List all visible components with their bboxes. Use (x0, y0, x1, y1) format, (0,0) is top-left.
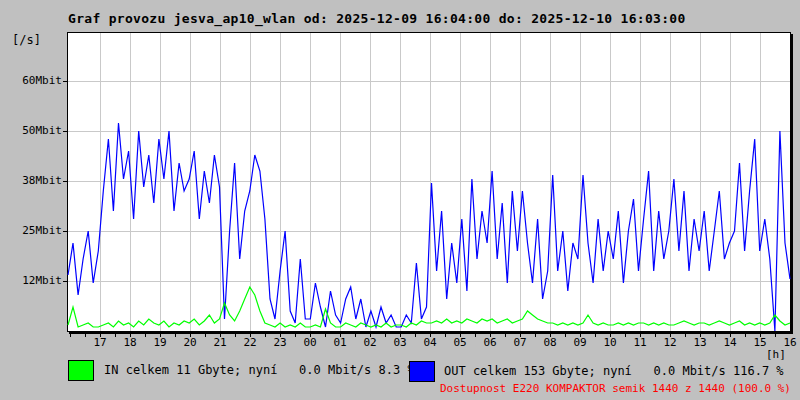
x-tick-label: 00 (295, 337, 325, 349)
x-tick-label: 01 (325, 337, 355, 349)
y-tick-label: 12Mbit (0, 275, 62, 287)
y-tick-label: 38Mbit (0, 175, 62, 187)
x-tick-label: 11 (625, 337, 655, 349)
availability-status-text: Dostupnost E220 KOMPAKTOR semik 1440 z 1… (440, 382, 791, 395)
plot-area (67, 32, 791, 332)
x-tick-label: 04 (415, 337, 445, 349)
x-tick-label: 23 (265, 337, 295, 349)
y-tick-label: 60Mbit (0, 75, 62, 87)
legend-out-label: OUT celkem 153 Gbyte; nyní 0.0 Mbit/s 11… (444, 364, 784, 378)
x-tick-label: 20 (175, 337, 205, 349)
x-axis-unit-label: [h] (766, 348, 786, 361)
x-tick-label: 08 (535, 337, 565, 349)
x-tick-label: 10 (595, 337, 625, 349)
x-tick-label: 14 (715, 337, 745, 349)
x-tick-label: 22 (235, 337, 265, 349)
traffic-chart (68, 33, 790, 331)
x-tick-label: 05 (445, 337, 475, 349)
x-tick-label: 13 (685, 337, 715, 349)
x-tick-label: 21 (205, 337, 235, 349)
x-tick-label: 19 (145, 337, 175, 349)
out-series-line (68, 123, 790, 331)
x-tick-label: 02 (355, 337, 385, 349)
x-tick-label: 18 (115, 337, 145, 349)
x-tick-label: 03 (385, 337, 415, 349)
y-tick-label: 25Mbit (0, 225, 62, 237)
in-series-line (68, 287, 790, 327)
mrtg-traffic-page: { "title": "Graf provozu jesva_ap10_wlan… (0, 0, 800, 400)
x-tick-label: 09 (565, 337, 595, 349)
graph-title: Graf provozu jesva_ap10_wlan od: 2025-12… (68, 11, 686, 26)
legend-in-swatch (68, 360, 94, 381)
y-axis-unit-label: [/s] (12, 33, 41, 47)
x-tick-label: 17 (85, 337, 115, 349)
legend-out-swatch (409, 361, 435, 382)
legend-in-label: IN celkem 11 Gbyte; nyní 0.0 Mbit/s 8.3 … (104, 363, 415, 377)
x-tick-label: 12 (655, 337, 685, 349)
y-tick-label: 50Mbit (0, 125, 62, 137)
x-tick-label: 07 (505, 337, 535, 349)
x-tick-label: 06 (475, 337, 505, 349)
